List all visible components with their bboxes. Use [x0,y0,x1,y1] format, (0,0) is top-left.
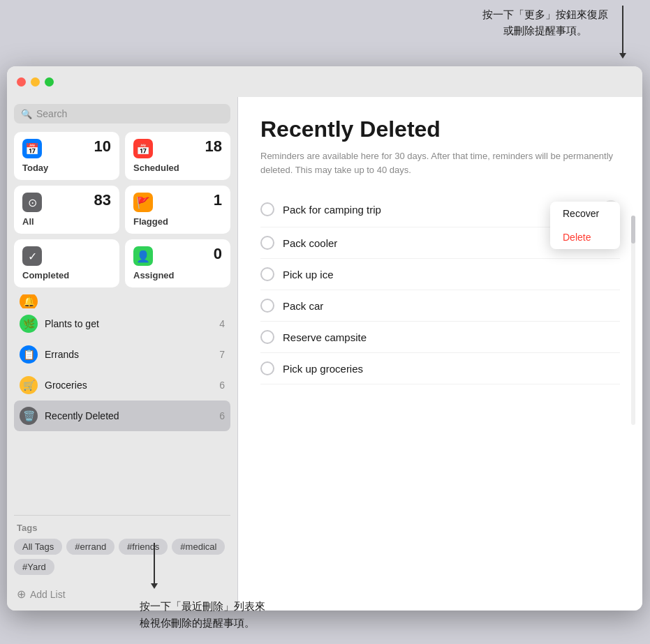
search-placeholder: Search [36,108,67,119]
tag-yard[interactable]: #Yard [14,559,54,575]
today-label: Today [22,163,111,173]
fullscreen-button[interactable] [45,77,54,87]
scheduled-label: Scheduled [133,163,222,173]
custom-lists: 🔔 🌿 Plants to get 4 📋 Errands 7 🛒 [14,294,230,515]
popup-menu: Recover Delete [550,202,620,249]
tag-errand[interactable]: #errand [66,539,115,555]
reminder-item-3: Pick up ice [260,259,620,290]
annotation-top: 按一下「更多」按鈕來復原 或刪除提醒事項。 [482,7,608,38]
tags-container: All Tags #errand #friends #medical #Yard [14,539,230,575]
page-description: Reminders are available here for 30 days… [260,149,620,177]
reminder-text-6: Pick up groceries [283,363,620,375]
reminder-item-5: Reserve campsite [260,322,620,353]
reminder-circle-3[interactable] [260,267,274,281]
smart-card-scheduled[interactable]: 📅 18 Scheduled [125,132,230,180]
sidebar-item-recently-deleted[interactable]: 🗑️ Recently Deleted 6 [14,400,230,431]
reminder-text-3: Pick up ice [283,269,620,280]
reminder-item-1: Pack for camping trip ··· Recover Delete [260,192,620,227]
minimize-button[interactable] [31,77,40,87]
sidebar-item-groceries[interactable]: 🛒 Groceries 6 [14,370,230,400]
smart-card-all[interactable]: ⊙ 83 All [14,186,119,234]
errands-count: 7 [219,349,225,360]
plants-count: 4 [219,318,225,329]
assigned-label: Assigned [133,270,222,280]
today-count: 10 [94,139,111,154]
close-button[interactable] [17,77,26,87]
completed-icon: ✓ [22,246,42,266]
assigned-count: 0 [214,246,222,262]
scroll-track[interactable] [631,216,635,425]
assigned-icon: 👤 [133,246,153,266]
sidebar: 🔍 Search 📅 10 Today 📅 18 [7,97,237,611]
annotation-bottom: 按一下「最近刪除」列表來 檢視你刪除的提醒事項。 [140,598,265,631]
sidebar-item-errands[interactable]: 📋 Errands 7 [14,339,230,370]
tags-heading: Tags [14,523,230,533]
add-list-icon: ⊕ [17,587,26,601]
reminder-circle-1[interactable] [260,202,274,216]
all-label: All [22,216,111,227]
app-window: 🔍 Search 📅 10 Today 📅 18 [7,66,642,611]
add-list-label: Add List [30,589,66,600]
recover-button[interactable]: Recover [550,202,620,225]
reminder-item-4: Pack car [260,290,620,322]
recently-deleted-count: 6 [219,410,225,421]
all-count: 83 [94,193,111,208]
reminder-circle-2[interactable] [260,236,274,250]
tag-all-tags[interactable]: All Tags [14,539,62,555]
page-title: Recently Deleted [260,117,620,142]
reminder-text-1: Pack for camping trip [283,204,593,216]
groceries-icon: 🛒 [20,376,38,394]
main-content-area: Recently Deleted Reminders are available… [238,97,642,611]
window-content: 🔍 Search 📅 10 Today 📅 18 [7,97,642,611]
smart-card-assigned[interactable]: 👤 0 Assigned [125,239,230,287]
tag-friends[interactable]: #friends [119,539,168,555]
reminder-text-4: Pack car [283,300,620,312]
groceries-label: Groceries [45,380,212,391]
groceries-count: 6 [219,380,225,391]
reminder-circle-4[interactable] [260,299,274,313]
scheduled-count: 18 [205,139,222,154]
reminder-circle-6[interactable] [260,361,274,375]
scroll-thumb [631,216,635,244]
search-bar[interactable]: 🔍 Search [14,104,230,123]
errands-icon: 📋 [20,345,38,364]
scheduled-icon: 📅 [133,139,153,158]
search-icon: 🔍 [21,109,32,119]
delete-button[interactable]: Delete [550,225,620,249]
smart-card-completed[interactable]: ✓ Completed [14,239,119,287]
plants-label: Plants to get [45,318,212,329]
reminder-text-5: Reserve campsite [283,331,620,343]
flagged-label: Flagged [133,216,222,227]
smart-card-today[interactable]: 📅 10 Today [14,132,119,180]
smart-card-flagged[interactable]: 🚩 1 Flagged [125,186,230,234]
flagged-icon: 🚩 [133,193,153,212]
sidebar-item-plants[interactable]: 🌿 Plants to get 4 [14,308,230,339]
today-icon: 📅 [22,139,42,158]
arrow-bottom-indicator [154,543,155,585]
partial-icon: 🔔 [20,294,38,308]
errands-label: Errands [45,349,212,360]
completed-label: Completed [22,270,111,280]
traffic-lights [17,77,54,87]
reminder-circle-5[interactable] [260,330,274,344]
list-item-partial[interactable]: 🔔 [14,294,230,308]
flagged-count: 1 [214,193,222,208]
reminder-item-6: Pick up groceries [260,353,620,384]
reminder-list: Pack for camping trip ··· Recover Delete… [260,192,620,384]
all-icon: ⊙ [22,193,42,212]
recently-deleted-icon: 🗑️ [20,407,38,425]
tags-section: Tags All Tags #errand #friends #medical … [14,515,230,581]
recently-deleted-label: Recently Deleted [45,410,212,421]
arrow-top-indicator [622,6,623,54]
smart-lists-grid: 📅 10 Today 📅 18 Scheduled ⊙ [14,132,230,287]
plants-icon: 🌿 [20,315,38,333]
titlebar [7,66,642,97]
tag-medical[interactable]: #medical [172,539,225,555]
